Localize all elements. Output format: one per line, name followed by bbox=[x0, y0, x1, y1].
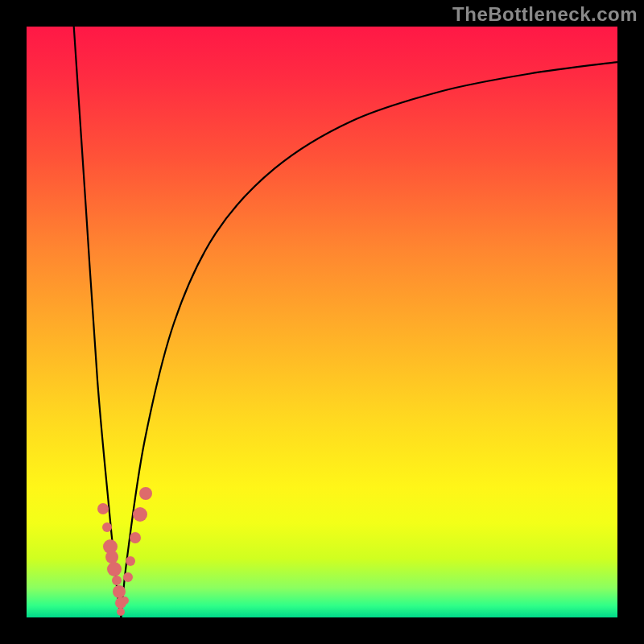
data-point-marker bbox=[113, 585, 126, 598]
data-point-marker bbox=[117, 608, 125, 616]
data-point-marker bbox=[139, 487, 152, 500]
data-point-marker bbox=[121, 597, 129, 605]
canvas-frame: TheBottleneck.com bbox=[0, 0, 644, 644]
data-point-marker bbox=[97, 503, 109, 514]
data-point-marker bbox=[102, 522, 112, 532]
data-point-marker bbox=[130, 532, 141, 543]
curve-left-path bbox=[74, 27, 122, 617]
data-point-marker bbox=[123, 572, 133, 582]
watermark-text: TheBottleneck.com bbox=[452, 3, 638, 26]
data-point-marker bbox=[126, 556, 135, 566]
data-point-marker bbox=[107, 562, 122, 576]
data-point-marker bbox=[112, 576, 122, 585]
curve-overlay bbox=[0, 0, 644, 644]
curve-right-path bbox=[121, 62, 617, 617]
data-point-marker bbox=[133, 507, 147, 522]
